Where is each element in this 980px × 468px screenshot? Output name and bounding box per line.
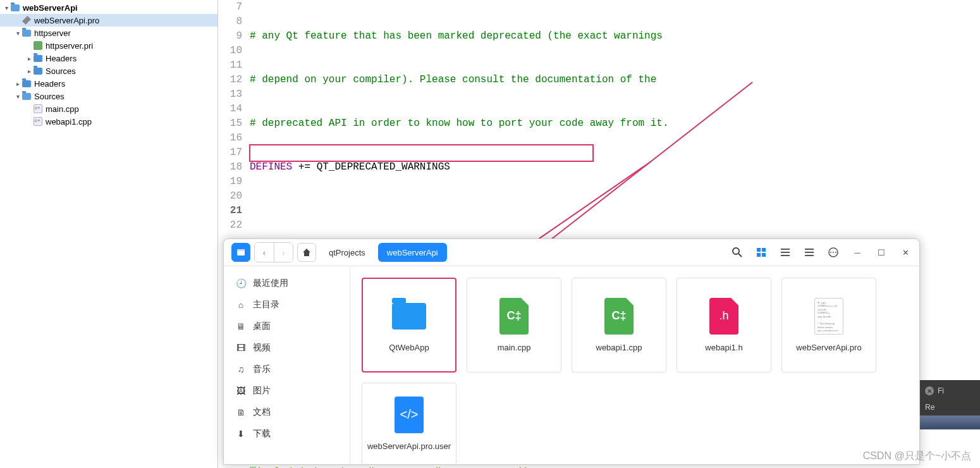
sidebar-item-pictures[interactable]: 🖼图片 <box>224 380 350 402</box>
file-grid: QtWebApp C‡ main.cpp C‡ webapi1.cpp .h w… <box>350 266 919 464</box>
svg-rect-6 <box>757 248 761 252</box>
sidebar-item-recent[interactable]: 🕘最近使用 <box>224 273 350 294</box>
video-icon: 🎞 <box>235 342 247 354</box>
text-file-icon: IF = gccCONFIG+=c++11 consoleCONFIG-= ap… <box>810 297 848 335</box>
replace-panel-peek[interactable]: Re <box>920 402 980 416</box>
music-icon: ♫ <box>235 364 247 375</box>
svg-point-18 <box>833 252 834 253</box>
folder-icon <box>390 297 428 335</box>
cpp-icon: C‡ <box>495 297 533 335</box>
breadcrumb-parent[interactable]: qtProjects <box>320 243 374 262</box>
minimize-button[interactable]: ─ <box>851 246 864 259</box>
chevron-down-icon: ▾ <box>14 93 21 100</box>
svg-line-5 <box>738 254 742 257</box>
file-item-webapi1-h[interactable]: .h webapi1.h <box>677 278 771 373</box>
chevron-right-icon: ▸ <box>25 55 33 62</box>
clock-icon: 🕘 <box>235 278 247 289</box>
nav-back-forward: ‹ › <box>254 242 293 262</box>
close-button[interactable]: ✕ <box>899 246 912 259</box>
tree-httpserver[interactable]: ▾ httpserver <box>0 27 217 39</box>
cpp-file-icon <box>33 116 43 126</box>
grid-view-icon[interactable] <box>755 246 768 259</box>
tree-main-cpp[interactable]: main.cpp <box>0 102 217 115</box>
picture-icon: 🖼 <box>235 385 247 397</box>
document-icon: 🗎 <box>235 407 247 418</box>
file-item-qtwebapp[interactable]: QtWebApp <box>362 278 456 373</box>
wrench-icon <box>21 15 32 25</box>
compact-view-icon[interactable] <box>803 246 816 259</box>
chevron-right-icon: ▸ <box>25 68 33 75</box>
file-item-pro-user[interactable]: </> webServerApi.pro.user <box>362 383 456 464</box>
tree-label: webapi1.cpp <box>46 117 92 126</box>
sidebar-item-videos[interactable]: 🎞视频 <box>224 337 350 359</box>
tree-label: Headers <box>34 79 65 89</box>
header-icon: .h <box>705 297 743 335</box>
svg-point-4 <box>733 248 739 254</box>
svg-point-17 <box>830 252 831 253</box>
download-icon: ⬇ <box>235 428 247 440</box>
forward-button[interactable]: › <box>274 243 293 262</box>
find-panel-peek[interactable]: ✕Fi <box>920 380 980 402</box>
file-manager-sidebar: 🕘最近使用 ⌂主目录 🖥桌面 🎞视频 ♫音乐 🖼图片 🗎文档 ⬇下载 <box>224 266 350 464</box>
svg-rect-9 <box>762 253 766 257</box>
file-manager-toolbar: ‹ › qtProjects webServerApi ─ ☐ <box>224 239 919 266</box>
sidebar-item-home[interactable]: ⌂主目录 <box>224 294 350 316</box>
tree-headers-inner[interactable]: ▸ Headers <box>0 52 217 65</box>
tree-label: Headers <box>46 54 77 63</box>
list-view-icon[interactable] <box>779 246 792 259</box>
tree-pro-file[interactable]: webServerApi.pro <box>0 14 217 27</box>
folder-icon <box>33 53 43 63</box>
svg-rect-13 <box>805 249 814 250</box>
sidebar-item-desktop[interactable]: 🖥桌面 <box>224 316 350 337</box>
svg-rect-3 <box>237 249 245 251</box>
file-item-main-cpp[interactable]: C‡ main.cpp <box>467 278 561 373</box>
file-label: webServerApi.pro <box>796 343 861 354</box>
file-label: QtWebApp <box>389 343 429 354</box>
tree-label: httpserver <box>34 28 71 38</box>
home-button[interactable] <box>297 243 316 262</box>
file-label: webServerApi.pro.user <box>367 441 451 452</box>
file-item-pro[interactable]: IF = gccCONFIG+=c++11 consoleCONFIG-= ap… <box>781 278 876 373</box>
file-label: webapi1.h <box>705 343 742 354</box>
breadcrumb-current[interactable]: webServerApi <box>378 243 447 262</box>
file-item-webapi1-cpp[interactable]: C‡ webapi1.cpp <box>572 278 666 373</box>
tree-label: webServerApi.pro <box>34 16 99 25</box>
svg-rect-15 <box>805 255 814 256</box>
sidebar-item-music[interactable]: ♫音乐 <box>224 359 350 380</box>
tree-webapi1-cpp[interactable]: webapi1.cpp <box>0 115 217 128</box>
pro-user-icon: </> <box>390 396 428 434</box>
svg-rect-8 <box>757 253 761 257</box>
sidebar-item-downloads[interactable]: ⬇下载 <box>224 423 350 445</box>
pri-file-icon <box>33 40 43 51</box>
tree-sources[interactable]: ▾ Sources <box>0 90 217 102</box>
project-folder-icon <box>10 3 20 13</box>
svg-point-19 <box>835 252 836 253</box>
chevron-down-icon: ▾ <box>14 30 21 37</box>
cpp-icon: C‡ <box>600 297 638 335</box>
project-tree-sidebar: ▾ webServerApi webServerApi.pro ▾ httpse… <box>0 0 218 468</box>
tree-label: main.cpp <box>46 104 79 114</box>
maximize-button[interactable]: ☐ <box>875 246 888 259</box>
tree-label: Sources <box>46 66 76 76</box>
folder-icon <box>33 66 43 76</box>
tree-label: httpserver.pri <box>46 41 93 51</box>
tree-headers[interactable]: ▸ Headers <box>0 77 217 90</box>
app-menu-button[interactable] <box>231 243 250 262</box>
tree-httpserver-pri[interactable]: httpserver.pri <box>0 39 217 52</box>
sidebar-item-documents[interactable]: 🗎文档 <box>224 402 350 423</box>
tree-root[interactable]: ▾ webServerApi <box>0 1 217 14</box>
tree-sources-inner[interactable]: ▸ Sources <box>0 65 217 77</box>
file-label: webapi1.cpp <box>596 343 642 354</box>
file-label: main.cpp <box>498 343 531 354</box>
search-icon[interactable] <box>731 246 744 259</box>
more-menu-icon[interactable] <box>827 246 840 259</box>
desktop-icon: 🖥 <box>235 321 247 332</box>
back-button[interactable]: ‹ <box>255 243 274 262</box>
line-number-gutter: 78 910 1112 1314 1516 1718 1920 21 22 <box>218 0 246 233</box>
tree-label: webServerApi <box>23 3 78 13</box>
chevron-right-icon: ▸ <box>14 80 21 87</box>
panel-peek <box>920 416 980 429</box>
close-icon[interactable]: ✕ <box>925 386 934 395</box>
home-icon: ⌂ <box>235 299 247 311</box>
file-manager-window: ‹ › qtProjects webServerApi ─ ☐ <box>223 238 920 465</box>
